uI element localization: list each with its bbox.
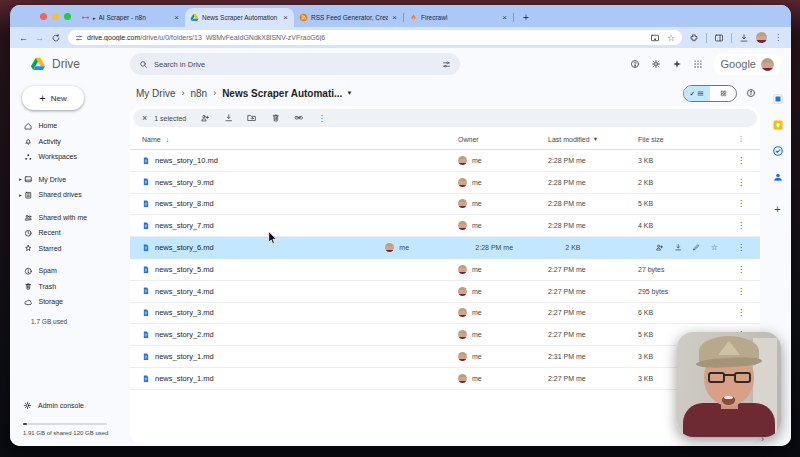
row-more-icon[interactable]: ⋮	[728, 156, 754, 165]
close-window-button[interactable]	[40, 13, 47, 20]
google-account-pill[interactable]: Google	[714, 54, 781, 75]
row-more-icon[interactable]: ⋮	[728, 308, 754, 317]
sort-arrow-icon[interactable]: ↓	[166, 136, 170, 143]
help-icon[interactable]	[630, 59, 640, 69]
back-button[interactable]: ←	[19, 33, 28, 43]
file-row[interactable]: news_story_5.mdme2:27 PM me27 bytes⋮	[130, 259, 760, 281]
settings-gear-icon[interactable]	[651, 59, 661, 69]
column-name[interactable]: Name	[142, 136, 161, 143]
tab-close-icon[interactable]: ×	[173, 13, 180, 22]
site-info-icon[interactable]	[75, 34, 83, 42]
file-row[interactable]: news_story_8.mdme2:28 PM me5 KB⋮	[130, 194, 760, 216]
sidebar-item-label: Workspaces	[39, 153, 77, 160]
file-row[interactable]: news_story_9.mdme2:28 PM me2 KB⋮	[130, 172, 760, 194]
row-more-icon[interactable]: ⋮	[728, 199, 754, 208]
new-tab-button[interactable]: +	[523, 13, 529, 23]
move-to-folder-icon[interactable]	[247, 113, 257, 123]
file-name: news_story_8.md	[155, 199, 214, 208]
get-addons-plus-icon[interactable]: +	[774, 203, 780, 215]
info-icon[interactable]	[746, 88, 756, 98]
share-person-add-icon[interactable]	[655, 243, 664, 252]
browser-tab[interactable]: Firecrawl×	[404, 8, 513, 27]
sidebar-item-my-drive[interactable]: ▸My Drive	[10, 172, 128, 188]
row-more-icon[interactable]: ⋮	[728, 265, 754, 274]
row-more-icon[interactable]: ⋮	[728, 178, 754, 187]
browser-tab[interactable]: RSS Feed Generator, Creato×	[294, 8, 403, 27]
browser-tab[interactable]: News Scraper Automation - G×	[185, 8, 294, 27]
file-row[interactable]: news_story_3.mdme2:27 PM me6 KB⋮	[130, 303, 760, 325]
reload-button[interactable]	[51, 33, 61, 43]
owner-avatar	[458, 374, 467, 383]
gemini-sparkle-icon[interactable]	[672, 59, 682, 69]
sidebar-item-home[interactable]: Home	[10, 118, 128, 134]
sidebar-item-trash[interactable]: Trash	[10, 279, 128, 295]
clear-selection-button[interactable]: ×	[142, 113, 147, 123]
browser-menu-icon[interactable]: ⋮	[774, 33, 782, 42]
search-input[interactable]: Search in Drive	[130, 53, 460, 75]
tab-close-icon[interactable]: ×	[391, 13, 398, 22]
zoom-window-button[interactable]	[64, 13, 71, 20]
sidebar-item-storage[interactable]: Storage	[10, 294, 128, 310]
link-icon[interactable]	[294, 113, 304, 123]
sidebar-item-starred[interactable]: Starred	[10, 241, 128, 257]
file-row[interactable]: news_story_7.mdme2:28 PM me4 KB⋮	[130, 215, 760, 237]
tab-close-icon[interactable]: ×	[282, 13, 289, 22]
row-more-icon[interactable]: ⋮	[728, 243, 754, 252]
file-row[interactable]: news_story_1.mdme2:31 PM me3 KB⋮	[130, 346, 760, 368]
address-bar[interactable]: drive.google.com/drive/u/0/folders/13_W8…	[68, 30, 682, 45]
drive-logo[interactable]: Drive	[30, 56, 130, 72]
browser-profile-avatar[interactable]	[756, 32, 767, 43]
file-row[interactable]: news_story_1.mdme2:27 PM me3 KB⋮	[130, 368, 760, 390]
sidebar-item-spam[interactable]: Spam	[10, 263, 128, 279]
keep-icon[interactable]	[772, 119, 784, 131]
breadcrumb-item[interactable]: My Drive	[136, 88, 175, 99]
header-more-icon[interactable]: ⋮	[728, 135, 754, 143]
breadcrumb-current[interactable]: News Scraper Automati...▼	[222, 88, 352, 99]
sidebar-item-shared-with-me[interactable]: Shared with me	[10, 210, 128, 226]
new-button[interactable]: + New	[22, 86, 84, 110]
download-icon[interactable]	[224, 113, 234, 123]
more-actions-icon[interactable]: ⋮	[318, 114, 326, 123]
breadcrumb-item[interactable]: n8n	[190, 88, 207, 99]
contacts-icon[interactable]	[772, 171, 784, 183]
column-owner[interactable]: Owner	[458, 136, 548, 143]
column-file-size[interactable]: File size	[638, 136, 728, 143]
forward-button[interactable]: →	[35, 33, 44, 43]
file-row[interactable]: news_story_6.mdme2:28 PM me2 KB☆⋮	[130, 237, 760, 259]
star-icon[interactable]: ☆	[711, 244, 718, 252]
calendar-icon[interactable]	[772, 93, 784, 105]
search-icon[interactable]	[139, 60, 148, 69]
share-person-add-icon[interactable]	[200, 113, 210, 123]
extensions-icon[interactable]	[689, 33, 699, 43]
list-view-button[interactable]: ✓	[684, 86, 710, 101]
account-avatar[interactable]	[761, 58, 774, 71]
bookmark-star-icon[interactable]: ☆	[667, 33, 675, 43]
tab-close-icon[interactable]: ×	[501, 13, 508, 22]
tasks-icon[interactable]	[772, 145, 784, 157]
sidebar-item-workspaces[interactable]: Workspaces	[10, 149, 128, 165]
side-panel-icon[interactable]	[714, 33, 724, 43]
browser-tab[interactable]: ▸AI Scraper - n8n×	[76, 8, 185, 27]
sidebar-item-recent[interactable]: Recent	[10, 225, 128, 241]
apps-grid-icon[interactable]	[693, 59, 703, 69]
expand-arrow-icon[interactable]: ▸	[17, 192, 24, 198]
expand-arrow-icon[interactable]: ▸	[17, 176, 24, 182]
trash-icon[interactable]	[271, 113, 281, 123]
row-more-icon[interactable]: ⋮	[728, 221, 754, 230]
file-row[interactable]: news_story_10.mdme2:28 PM me3 KB⋮	[130, 150, 760, 172]
column-last-modified[interactable]: Last modified	[548, 136, 590, 143]
cast-icon[interactable]	[650, 33, 660, 43]
search-options-icon[interactable]	[442, 60, 451, 69]
minimize-window-button[interactable]	[52, 13, 59, 20]
row-more-icon[interactable]: ⋮	[728, 287, 754, 296]
sidebar-item-activity[interactable]: Activity	[10, 134, 128, 150]
admin-console-item[interactable]: Admin console	[23, 401, 128, 410]
rename-pencil-icon[interactable]	[692, 243, 701, 252]
file-row[interactable]: news_story_4.mdme2:27 PM me295 bytes⋮	[130, 281, 760, 303]
download-icon[interactable]	[674, 243, 683, 252]
file-row[interactable]: news_story_2.mdme2:27 PM me5 KB⋮	[130, 324, 760, 346]
sidebar-item-shared-drives[interactable]: ▸Shared drives	[10, 187, 128, 203]
grid-view-button[interactable]	[710, 86, 736, 101]
file-rows: news_story_10.mdme2:28 PM me3 KB⋮news_st…	[130, 150, 760, 444]
downloads-icon[interactable]	[739, 33, 749, 43]
